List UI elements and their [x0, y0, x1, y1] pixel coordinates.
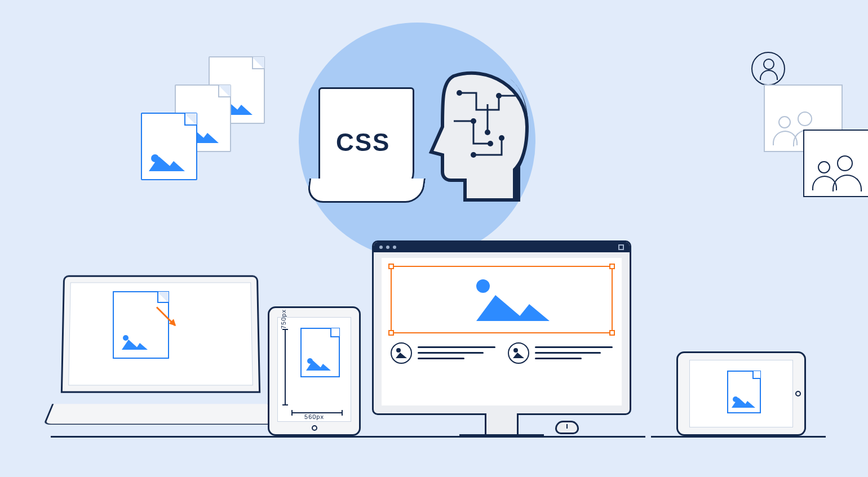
svg-point-2 — [471, 118, 476, 124]
content-columns — [391, 342, 613, 364]
desk-surface-line — [651, 436, 826, 438]
monitor-foot — [459, 434, 544, 436]
svg-point-3 — [488, 141, 493, 146]
svg-point-5 — [471, 152, 476, 158]
ai-head-icon — [420, 65, 538, 206]
svg-point-0 — [457, 90, 462, 96]
resize-handle-icon — [388, 264, 394, 269]
thumbnail-icon — [508, 342, 529, 364]
tablet-image-file-icon — [300, 328, 340, 377]
laptop-image-file-icon — [113, 291, 169, 359]
desk-surface-line — [251, 436, 645, 438]
svg-point-6 — [485, 130, 490, 135]
hero-image-selection — [391, 266, 613, 333]
avatar-circle-icon — [751, 52, 785, 86]
resize-handle-icon — [609, 330, 615, 336]
tablet2-image-file-icon — [727, 371, 761, 413]
laptop-keyboard — [43, 404, 278, 425]
css-document-icon: CSS — [318, 87, 414, 194]
monitor-stand — [485, 413, 519, 436]
svg-point-4 — [499, 135, 504, 141]
height-dimension-label: 750px — [280, 309, 287, 329]
css-responsive-illustration: CSS — [0, 0, 868, 477]
width-dimension-label: 560px — [304, 413, 324, 420]
mouse-icon — [555, 421, 579, 434]
resize-handle-icon — [388, 330, 394, 336]
tablet-landscape-device-icon — [676, 351, 806, 436]
desktop-monitor-icon — [372, 240, 631, 415]
desk-surface-line — [51, 436, 265, 438]
window-titlebar — [374, 242, 630, 252]
css-label: CSS — [336, 128, 390, 157]
tablet-portrait-device-icon: 750px 560px — [268, 306, 361, 436]
thumbnail-icon — [391, 342, 412, 364]
resize-handle-icon — [609, 264, 615, 269]
svg-point-1 — [496, 93, 502, 99]
